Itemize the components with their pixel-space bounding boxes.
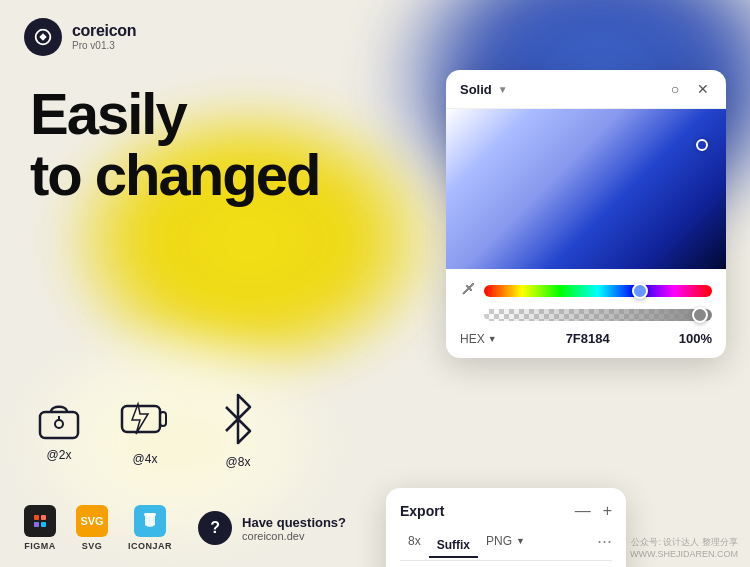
svg-rect-10 xyxy=(41,522,46,527)
question-title: Have questions? xyxy=(242,515,346,530)
opacity-value: 100% xyxy=(679,331,712,346)
question-icon: ? xyxy=(198,511,232,545)
color-sliders: HEX ▼ 7F8184 100% xyxy=(446,269,726,358)
footer-question: ? Have questions? coreicon.dev xyxy=(198,511,346,545)
question-text: Have questions? coreicon.dev xyxy=(242,515,346,542)
bluetooth-icon xyxy=(208,389,268,449)
add-icon[interactable]: + xyxy=(603,502,612,520)
close-icon[interactable]: ✕ xyxy=(694,80,712,98)
svg-icon: SVG xyxy=(76,505,108,537)
icon-label-bag: @2x xyxy=(47,448,72,462)
export-suffix[interactable]: Suffix xyxy=(429,534,478,558)
battery-icon xyxy=(118,392,172,446)
more-options-icon[interactable]: ··· xyxy=(597,531,612,552)
dropdown-arrow-icon[interactable]: ▼ xyxy=(498,84,508,95)
hue-slider-row xyxy=(460,281,712,301)
svg-rect-1 xyxy=(40,412,78,438)
svg-rect-7 xyxy=(34,515,39,520)
color-picker-card: Solid ▼ ○ ✕ xyxy=(446,70,726,358)
bag-icon xyxy=(36,396,82,442)
icons-row: @2x @4x @8x xyxy=(0,369,750,489)
header: coreicon Pro v01.3 xyxy=(0,0,750,74)
svg-rect-8 xyxy=(41,515,46,520)
gradient-picker[interactable] xyxy=(446,109,726,269)
icon-label-bluetooth: @8x xyxy=(226,455,251,469)
export-card-header: Export — + xyxy=(400,502,612,520)
icon-label-battery: @4x xyxy=(133,452,158,466)
format-dropdown-icon: ▼ xyxy=(516,536,525,546)
svg-label: SVG xyxy=(82,541,103,551)
logo-icon xyxy=(32,26,54,48)
hex-value: 7F8184 xyxy=(505,331,671,346)
export-options: 8x Suffix PNG ▼ ··· xyxy=(400,530,612,561)
alpha-slider[interactable] xyxy=(484,309,712,321)
figma-label: FIGMA xyxy=(24,541,56,551)
icon-item-battery: @4x xyxy=(118,392,172,466)
hue-handle[interactable] xyxy=(632,283,648,299)
export-card-actions: — + xyxy=(575,502,612,520)
watermark-line2: WWW.SHEJIDAREN.COM xyxy=(630,549,738,559)
svg-marker-6 xyxy=(132,404,148,434)
color-card-actions: ○ ✕ xyxy=(666,80,712,98)
watermark: 公众号: 设计达人 整理分享 WWW.SHEJIDAREN.COM xyxy=(630,536,738,559)
eyedropper-icon[interactable] xyxy=(460,281,476,301)
export-card-title: Export xyxy=(400,503,444,519)
minimize-icon[interactable]: — xyxy=(575,502,591,520)
svg-rect-4 xyxy=(122,406,160,432)
alpha-slider-row xyxy=(460,309,712,321)
export-scale: 8x xyxy=(400,530,429,552)
hue-slider[interactable] xyxy=(484,285,712,297)
svg-rect-12 xyxy=(144,513,156,516)
hex-label: HEX ▼ xyxy=(460,332,497,346)
watermark-line1: 公众号: 设计达人 整理分享 xyxy=(630,536,738,549)
footer-tool-figma: FIGMA xyxy=(24,505,56,551)
svg-point-11 xyxy=(34,522,39,527)
footer-tool-iconjar: ICONJAR xyxy=(128,505,172,551)
iconjar-icon xyxy=(134,505,166,537)
icon-item-bag: @2x xyxy=(36,396,82,462)
export-format[interactable]: PNG ▼ xyxy=(478,530,533,552)
question-link: coreicon.dev xyxy=(242,530,346,542)
icon-item-bluetooth: @8x xyxy=(208,389,268,469)
cards-overlay: Solid ▼ ○ ✕ xyxy=(446,70,726,358)
color-values-row: HEX ▼ 7F8184 100% xyxy=(460,331,712,346)
logo-text: coreicon Pro v01.3 xyxy=(72,23,136,51)
alpha-handle[interactable] xyxy=(692,307,708,323)
figma-icon xyxy=(24,505,56,537)
app-version: Pro v01.3 xyxy=(72,41,136,51)
gradient-handle[interactable] xyxy=(696,139,708,151)
iconjar-label: ICONJAR xyxy=(128,541,172,551)
circle-icon[interactable]: ○ xyxy=(666,80,684,98)
svg-rect-5 xyxy=(160,412,166,426)
app-name: coreicon xyxy=(72,23,136,39)
export-card: Export — + 8x Suffix PNG ▼ ··· Export Co… xyxy=(386,488,626,567)
footer-tool-svg: SVG SVG xyxy=(76,505,108,551)
logo-mark xyxy=(24,18,62,56)
svg-point-2 xyxy=(55,420,63,428)
color-card-title: Solid ▼ xyxy=(460,82,508,97)
color-card-header: Solid ▼ ○ ✕ xyxy=(446,70,726,109)
hex-dropdown-icon[interactable]: ▼ xyxy=(488,334,497,344)
